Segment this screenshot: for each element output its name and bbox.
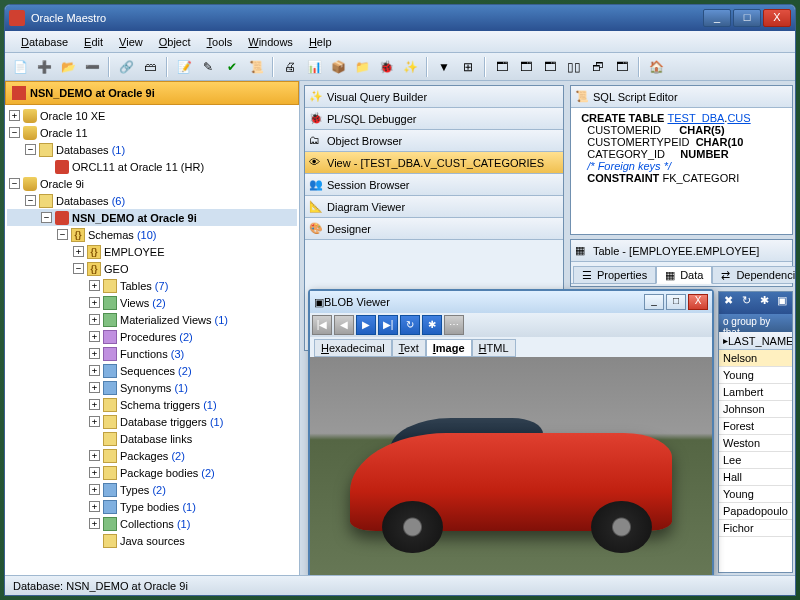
panel-diagram[interactable]: 📐Diagram Viewer — [305, 196, 563, 218]
grid-row[interactable]: Lee — [719, 452, 792, 469]
tree-node-types[interactable]: +Types (2) — [7, 481, 297, 498]
tree-node-procs[interactable]: +Procedures (2) — [7, 328, 297, 345]
expander-icon[interactable]: + — [89, 399, 100, 410]
close-button[interactable]: X — [763, 9, 791, 27]
blob-first-icon[interactable]: |◀ — [312, 315, 332, 335]
minimize-button[interactable]: _ — [703, 9, 731, 27]
blob-viewer-window[interactable]: ▣ BLOB Viewer _ □ X |◀ ◀ ▶ ▶| ↻ ✱ ⋯ Hexa… — [308, 289, 714, 575]
blob-tab-html[interactable]: HTML — [472, 339, 516, 357]
expander-icon[interactable]: + — [89, 467, 100, 478]
tool-open-icon[interactable]: 📂 — [57, 56, 79, 78]
tool-print-icon[interactable]: 🖨 — [279, 56, 301, 78]
expander-icon[interactable]: − — [9, 127, 20, 138]
tree-node-geo[interactable]: −{}GEO — [7, 260, 297, 277]
database-tree[interactable]: +Oracle 10 XE −Oracle 11 −Databases (1) … — [5, 105, 299, 575]
expander-icon[interactable]: + — [89, 416, 100, 427]
tab-deps[interactable]: ⇄Dependenci — [712, 266, 795, 283]
tree-node-funcs[interactable]: +Functions (3) — [7, 345, 297, 362]
tool-win2-icon[interactable]: 🗔 — [515, 56, 537, 78]
tool-script-icon[interactable]: 📜 — [245, 56, 267, 78]
grid-row[interactable]: Young — [719, 367, 792, 384]
tree-node-oracle10xe[interactable]: +Oracle 10 XE — [7, 107, 297, 124]
tree-node-databases6[interactable]: −Databases (6) — [7, 192, 297, 209]
tree-node-tables[interactable]: +Tables (7) — [7, 277, 297, 294]
blob-tab-hex[interactable]: Hexadecimal — [314, 339, 392, 357]
sql-editor[interactable]: CREATE TABLE TEST_DBA.CUS CUSTOMERID CHA… — [571, 108, 792, 234]
table-header[interactable]: ▦Table - [EMPLOYEE.EMPLOYEE] — [571, 240, 792, 262]
blob-last-icon[interactable]: ▶| — [378, 315, 398, 335]
menu-tools[interactable]: Tools — [199, 34, 241, 50]
panel-objbrowser[interactable]: 🗂Object Browser — [305, 130, 563, 152]
tree-node-colls[interactable]: +Collections (1) — [7, 515, 297, 532]
grid-row[interactable]: Hall — [719, 469, 792, 486]
grid-row[interactable]: Lambert — [719, 384, 792, 401]
expander-icon[interactable]: + — [89, 314, 100, 325]
expander-icon[interactable]: + — [89, 280, 100, 291]
tree-node-pkgbod[interactable]: +Package bodies (2) — [7, 464, 297, 481]
tree-node-syns[interactable]: +Synonyms (1) — [7, 379, 297, 396]
grid-row[interactable]: Fichor — [719, 520, 792, 537]
titlebar[interactable]: Oracle Maestro _ □ X — [5, 5, 795, 31]
blob-refresh-icon[interactable]: ↻ — [400, 315, 420, 335]
menu-view[interactable]: View — [111, 34, 151, 50]
expander-icon[interactable]: − — [25, 195, 36, 206]
menu-database[interactable]: Database — [13, 34, 76, 50]
grid-row[interactable]: Nelson — [719, 350, 792, 367]
grid-row[interactable]: Forest — [719, 418, 792, 435]
tool-bug-icon[interactable]: 🐞 — [375, 56, 397, 78]
sql-script-header[interactable]: 📜SQL Script Editor — [571, 86, 792, 108]
grid-row[interactable]: Young — [719, 486, 792, 503]
expander-icon[interactable]: + — [89, 484, 100, 495]
blob-tab-image[interactable]: Image — [426, 339, 472, 357]
blob-prev-icon[interactable]: ◀ — [334, 315, 354, 335]
tool-link-icon[interactable]: 🔗 — [115, 56, 137, 78]
menu-windows[interactable]: Windows — [240, 34, 301, 50]
panel-view[interactable]: 👁View - [TEST_DBA.V_CUST_CATEGORIES — [305, 152, 563, 174]
tree-node-matviews[interactable]: +Materialized Views (1) — [7, 311, 297, 328]
data-grid[interactable]: ▸ LAST_NAME Nelson Young Lambert Johnson… — [719, 332, 792, 572]
grid-row[interactable]: Weston — [719, 435, 792, 452]
panel-session[interactable]: 👥Session Browser — [305, 174, 563, 196]
blob-minimize-button[interactable]: _ — [644, 294, 664, 310]
expander-icon[interactable]: + — [89, 501, 100, 512]
blob-close-button[interactable]: X — [688, 294, 708, 310]
panel-designer[interactable]: 🎨Designer — [305, 218, 563, 240]
tool-win3-icon[interactable]: 🗔 — [539, 56, 561, 78]
tool-package-icon[interactable]: 📦 — [327, 56, 349, 78]
grid-row[interactable]: Papadopoulo — [719, 503, 792, 520]
tool-expand-icon[interactable]: ⊞ — [457, 56, 479, 78]
expander-icon[interactable]: − — [25, 144, 36, 155]
tool-home-icon[interactable]: 🏠 — [645, 56, 667, 78]
grid-add-icon[interactable]: ▣ — [774, 294, 790, 312]
tree-node-dblinks[interactable]: Database links — [7, 430, 297, 447]
tool-folder-icon[interactable]: 📁 — [351, 56, 373, 78]
tree-node-strig[interactable]: +Schema triggers (1) — [7, 396, 297, 413]
expander-icon[interactable]: + — [73, 246, 84, 257]
menu-edit[interactable]: Edit — [76, 34, 111, 50]
tree-node-dtrig[interactable]: +Database triggers (1) — [7, 413, 297, 430]
tree-node-schemas[interactable]: −{}Schemas (10) — [7, 226, 297, 243]
tool-new-icon[interactable]: 📄 — [9, 56, 31, 78]
expander-icon[interactable]: + — [89, 297, 100, 308]
menu-object[interactable]: Object — [151, 34, 199, 50]
tool-db-icon[interactable]: 🗃 — [139, 56, 161, 78]
grid-row[interactable]: Johnson — [719, 401, 792, 418]
tree-node-orcl11[interactable]: ORCL11 at Oracle 11 (HR) — [7, 158, 297, 175]
tree-node-typebod[interactable]: +Type bodies (1) — [7, 498, 297, 515]
tool-edit-icon[interactable]: ✎ — [197, 56, 219, 78]
blob-more-icon[interactable]: ⋯ — [444, 315, 464, 335]
tool-cascade-icon[interactable]: 🗗 — [587, 56, 609, 78]
grid-refresh-icon[interactable]: ↻ — [739, 294, 755, 312]
tree-node-oracle9i[interactable]: −Oracle 9i — [7, 175, 297, 192]
expander-icon[interactable]: − — [9, 178, 20, 189]
grid-col-header[interactable]: ▸ LAST_NAME — [719, 332, 792, 350]
expander-icon[interactable]: − — [73, 263, 84, 274]
tool-filter-icon[interactable]: ▼ — [433, 56, 455, 78]
tool-tile-icon[interactable]: ▯▯ — [563, 56, 585, 78]
tool-wand-icon[interactable]: ✨ — [399, 56, 421, 78]
blob-tab-text[interactable]: Text — [392, 339, 426, 357]
tool-add-icon[interactable]: ➕ — [33, 56, 55, 78]
tree-node-databases1[interactable]: −Databases (1) — [7, 141, 297, 158]
tool-chart-icon[interactable]: 📊 — [303, 56, 325, 78]
tool-check-icon[interactable]: ✔ — [221, 56, 243, 78]
